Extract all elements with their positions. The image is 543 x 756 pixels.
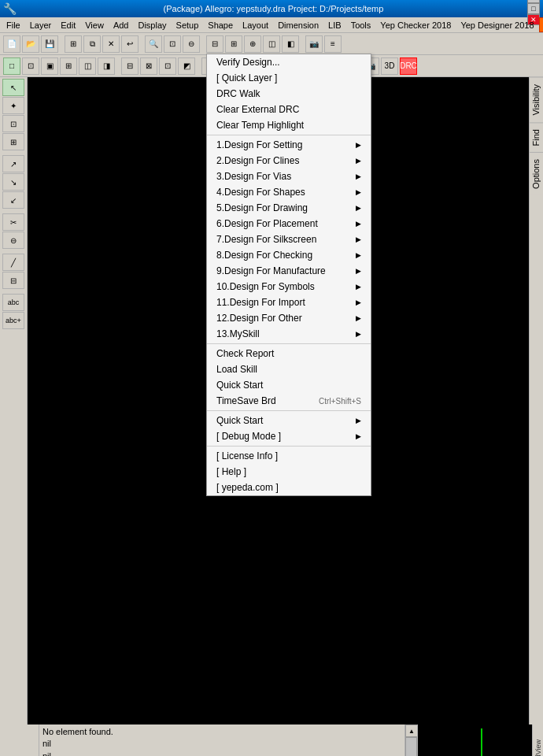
tb2-6[interactable]: ◨: [98, 57, 115, 75]
tb2-10[interactable]: ◩: [178, 57, 195, 75]
lt-4[interactable]: ↗: [2, 155, 24, 172]
lt-2[interactable]: ⊡: [2, 115, 24, 132]
tb-extra-4[interactable]: ◫: [263, 35, 280, 53]
dd-design-shapes[interactable]: 4.Design For Shapes: [207, 184, 371, 200]
lt-5[interactable]: ↘: [2, 173, 24, 191]
dd-drc-walk[interactable]: DRC Walk: [207, 86, 371, 102]
maximize-button[interactable]: □: [527, 3, 540, 14]
dd-clear-external-drc[interactable]: Clear External DRC: [207, 102, 371, 117]
options-tab[interactable]: Options: [530, 152, 543, 195]
dd-design-other[interactable]: 12.Design For Other: [207, 310, 371, 326]
tb2-7[interactable]: ⊟: [121, 57, 139, 75]
dd-load-skill[interactable]: Load Skill: [207, 361, 371, 377]
undo-button[interactable]: ↩: [121, 35, 139, 53]
lt-text2[interactable]: abc+: [2, 312, 24, 329]
lt-line[interactable]: ╱: [2, 254, 24, 271]
menu-setup[interactable]: Setup: [172, 17, 204, 32]
dd-license-info[interactable]: [ License Info ]: [207, 448, 371, 464]
tb-extra-3[interactable]: ⊕: [244, 35, 261, 53]
dd-design-import[interactable]: 11.Design For Import: [207, 295, 371, 310]
menu-display[interactable]: Display: [133, 17, 171, 32]
tb2-9[interactable]: ⊡: [159, 57, 176, 75]
dd-design-setting[interactable]: 1.Design For Setting: [207, 137, 371, 153]
console-line-1: No element found.: [42, 726, 401, 738]
tb2-20[interactable]: 3D: [381, 57, 398, 75]
dd-quick-layer[interactable]: [ Quick Layer ]: [207, 70, 371, 86]
dd-sep-1: [207, 135, 371, 135]
dd-debug-mode[interactable]: [ Debug Mode ]: [207, 428, 371, 444]
left-toolbar: ↖ ✦ ⊡ ⊞ ↗ ↘ ↙ ✂ ⊖ ╱ ⊟ abc abc+: [0, 77, 28, 724]
tb2-8[interactable]: ⊠: [140, 57, 157, 75]
title-bar: 🔧 (Package) Allegro: yepstudy.dra Projec…: [0, 0, 543, 17]
dd-design-checking[interactable]: 8.Design For Checking: [207, 247, 371, 263]
tb-extra-6[interactable]: ≡: [324, 35, 342, 53]
tb-extra-1[interactable]: ⊟: [206, 35, 223, 53]
dd-timesave-brd[interactable]: TimeSave Brd Ctrl+Shift+S: [207, 393, 371, 409]
tb2-2[interactable]: ⊡: [22, 57, 39, 75]
menu-layout[interactable]: Layout: [238, 17, 273, 32]
menu-add[interactable]: Add: [109, 17, 134, 32]
menu-dimension[interactable]: Dimension: [273, 17, 323, 32]
scroll-thumb[interactable]: [405, 737, 417, 756]
dd-design-silkscreen[interactable]: 7.Design For Silkscreen: [207, 232, 371, 247]
dd-quick-start-2[interactable]: Quick Start: [207, 413, 371, 428]
menu-view[interactable]: View: [80, 17, 109, 32]
dd-check-report[interactable]: Check Report: [207, 346, 371, 361]
menu-shape[interactable]: Shape: [203, 17, 238, 32]
dd-sep-4: [207, 446, 371, 447]
tb-extra-5[interactable]: ◧: [282, 35, 299, 53]
worldview-panel: WorldView: [417, 724, 543, 756]
lt-7[interactable]: ✂: [2, 213, 24, 231]
grid-button[interactable]: ⊞: [65, 35, 82, 53]
zoom-out-button[interactable]: ⊖: [183, 35, 200, 53]
dd-design-drawing[interactable]: 5.Design For Drawing: [207, 200, 371, 216]
tb2-4[interactable]: ⊞: [60, 57, 77, 75]
dd-design-vias[interactable]: 3.Design For Vias: [207, 169, 371, 184]
console-scrollbar[interactable]: ▲ ▼: [404, 724, 417, 756]
menu-tools[interactable]: Tools: [346, 17, 376, 32]
lt-3[interactable]: ⊞: [2, 133, 24, 150]
dd-clear-temp-highlight[interactable]: Clear Temp Highlight: [207, 117, 371, 133]
dd-quick-start-1[interactable]: Quick Start: [207, 377, 371, 393]
menu-yep-basic[interactable]: Yep Basic 2018: [539, 17, 543, 32]
lt-6[interactable]: ↙: [2, 191, 24, 209]
dd-design-clines[interactable]: 2.Design For Clines: [207, 153, 371, 169]
lt-9[interactable]: ⊟: [2, 272, 24, 289]
tb2-5[interactable]: ◫: [79, 57, 96, 75]
zoom-fit-button[interactable]: ⊡: [164, 35, 181, 53]
lt-text[interactable]: abc: [2, 294, 24, 311]
dd-design-manufacture[interactable]: 9.Design For Manufacture: [207, 263, 371, 279]
dd-design-placement[interactable]: 6.Design For Placement: [207, 216, 371, 232]
console-line-3: nil: [42, 750, 401, 756]
tb-extra-2[interactable]: ⊞: [225, 35, 242, 53]
dd-design-symbols[interactable]: 10.Design For Symbols: [207, 279, 371, 295]
save-button[interactable]: 💾: [41, 35, 58, 53]
worldview-line-v: [481, 728, 482, 756]
menu-yep-checker[interactable]: Yep Checker 2018: [375, 17, 456, 32]
dd-myskill[interactable]: 13.MySkill: [207, 326, 371, 342]
new-button[interactable]: 📄: [3, 35, 20, 53]
lt-1[interactable]: ✦: [2, 97, 24, 114]
dd-verify-design[interactable]: Verify Design...: [207, 54, 371, 70]
menu-edit[interactable]: Edit: [56, 17, 80, 32]
tb2-1[interactable]: □: [3, 57, 20, 75]
find-tab[interactable]: Find: [530, 122, 543, 152]
console-container: Command No element found. nil nil Openin…: [0, 724, 543, 756]
tb2-21[interactable]: DRC: [400, 57, 417, 75]
dd-help-item[interactable]: [ Help ]: [207, 464, 371, 480]
tb2-3[interactable]: ▣: [41, 57, 58, 75]
menu-file[interactable]: File: [2, 17, 25, 32]
delete-button[interactable]: ✕: [102, 35, 120, 53]
menu-yep-designer[interactable]: Yep Designer 2018: [456, 17, 538, 32]
menu-lib[interactable]: LIB: [323, 17, 346, 32]
zoom-in-button[interactable]: 🔍: [145, 35, 162, 53]
menu-layer[interactable]: Layer: [25, 17, 57, 32]
lt-select[interactable]: ↖: [2, 79, 24, 96]
scroll-up[interactable]: ▲: [405, 724, 418, 737]
copy-button[interactable]: ⧉: [83, 35, 101, 53]
open-button[interactable]: 📂: [22, 35, 39, 53]
camera-button[interactable]: 📷: [305, 35, 323, 53]
dd-yepeda[interactable]: [ yepeda.com ]: [207, 480, 371, 495]
lt-8[interactable]: ⊖: [2, 232, 24, 249]
visibility-tab[interactable]: Visibility: [530, 77, 543, 122]
